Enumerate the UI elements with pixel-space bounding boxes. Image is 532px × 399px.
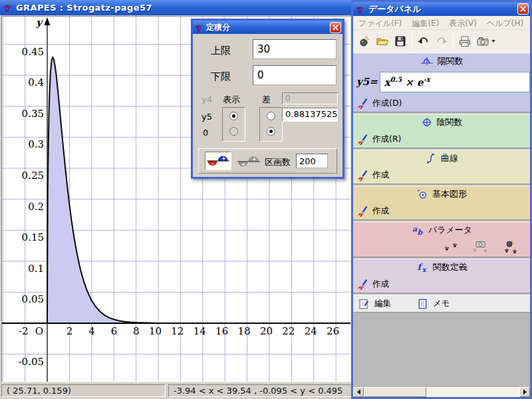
print-button[interactable]	[458, 35, 471, 48]
panel-title: データパネル	[368, 3, 422, 15]
menu-edit[interactable]: 編集(E)	[412, 18, 439, 29]
capture-button[interactable]	[476, 35, 495, 48]
dialog-title: 定積分	[206, 22, 230, 33]
printer-icon	[458, 35, 471, 48]
section-curve: 曲線 作成	[353, 150, 530, 184]
svg-text:0.3: 0.3	[28, 138, 44, 150]
svg-text:14: 14	[194, 325, 206, 337]
section-explicit-function: 陽関数 y5= x0.5 × e-x 作成(D)	[353, 53, 530, 112]
svg-text:0.4: 0.4	[28, 76, 44, 88]
create-curve-button[interactable]: 作成	[353, 166, 530, 184]
create-label: 作成	[372, 279, 389, 290]
new-grape-icon	[358, 35, 371, 48]
undo-arrow-icon	[417, 35, 430, 47]
menu-view[interactable]: 表示(V)	[449, 18, 477, 29]
svg-text:20: 20	[260, 325, 273, 337]
camera-icon	[476, 35, 489, 48]
scroll-right-icon[interactable]	[519, 387, 530, 397]
panel-toolbar	[353, 30, 530, 53]
svg-text:6: 6	[111, 325, 118, 337]
panel-titlebar[interactable]: データパネル	[353, 2, 530, 16]
menu-help[interactable]: ヘルプ(H)	[487, 18, 523, 29]
new-trace-icon[interactable]	[501, 240, 521, 255]
svg-text:x: x	[422, 266, 428, 273]
svg-text:0.2: 0.2	[28, 201, 44, 213]
save-disk-icon	[394, 35, 407, 48]
memo-label: メモ	[433, 298, 450, 309]
view-range: -3.94 < x < 39.54 , -0.095 < y < 0.495	[168, 384, 352, 397]
memo-row: 編集 メモ	[353, 295, 530, 313]
camera-trace-icon[interactable]	[471, 241, 491, 254]
row-label-y4: y4	[201, 94, 212, 104]
svg-text:0.25: 0.25	[22, 170, 44, 182]
close-icon[interactable]	[517, 3, 529, 15]
scroll-left-icon[interactable]	[353, 387, 364, 397]
menu-file[interactable]: ファイル(F)	[358, 18, 402, 29]
svg-text:+: +	[221, 155, 226, 162]
close-icon[interactable]	[330, 22, 341, 33]
divisions-input[interactable]	[296, 154, 328, 168]
integral-dialog: 定積分 上限 下限 y4 表示 差 0 y5 0 0.88137525	[191, 19, 344, 179]
svg-text:+: +	[252, 156, 257, 162]
grapes-app-icon	[356, 5, 365, 14]
data-panel-window: データパネル ファイル(F) 編集(E) 表示(V) ヘルプ(H)	[351, 0, 532, 399]
scrollbar-thumb[interactable]	[364, 387, 426, 397]
section-function-definition: f x 関数定義 作成	[353, 259, 530, 293]
signed-area-mode-button[interactable]: - +	[205, 152, 231, 170]
integral-result-field[interactable]: 0.88137525	[282, 108, 338, 122]
formula-input[interactable]: x0.5 × e-x	[380, 72, 530, 92]
memo-group[interactable]: メモ	[417, 298, 450, 310]
upper-limit-input[interactable]	[253, 39, 336, 59]
pen-icon	[357, 205, 368, 217]
diff-radio-group	[259, 107, 283, 142]
show-y5-radio[interactable]	[229, 112, 238, 120]
svg-text:-: -	[211, 160, 213, 167]
formula-row: y5= x0.5 × e-x	[353, 69, 530, 94]
parameter-header: a b パラメータ	[353, 222, 530, 238]
pen-icon	[357, 134, 368, 145]
capture-dropdown-icon[interactable]	[491, 40, 495, 43]
pen-icon	[357, 170, 368, 181]
memo-edit-button[interactable]: 編集	[374, 298, 391, 309]
undo-button[interactable]	[417, 35, 430, 47]
create-label: 作成(R)	[372, 134, 401, 145]
pen-icon	[357, 279, 368, 290]
basic-shape-icon	[416, 188, 428, 200]
divisions-label: 区画数	[265, 156, 291, 168]
main-titlebar[interactable]: GRAPES : Strogatz-page57	[0, 0, 353, 15]
absolute-area-mode-button[interactable]: + +	[237, 154, 261, 172]
diff-zero-radio[interactable]	[267, 127, 275, 136]
create-implicit-button[interactable]: 作成(R)	[353, 130, 530, 148]
parameter-tools	[353, 238, 530, 257]
cursor-coordinates: ( 25.71, 0.159)	[1, 384, 166, 397]
basic-shapes-header: 基本図形	[353, 186, 530, 202]
show-zero-radio[interactable]	[229, 127, 238, 136]
svg-text:O: O	[35, 325, 43, 337]
section-title: 関数定義	[433, 261, 467, 273]
implicit-function-header: 陰関数	[353, 114, 530, 130]
save-button[interactable]	[394, 35, 407, 48]
section-title: 陽関数	[438, 55, 464, 67]
toolbar-separator	[453, 34, 454, 49]
create-shape-button[interactable]: 作成	[353, 202, 530, 219]
signed-area-icon: - +	[206, 154, 230, 168]
upper-limit-label: 上限	[211, 45, 231, 57]
dialog-titlebar[interactable]: 定積分	[193, 21, 342, 34]
integral-mode-panel: - + + + 区画数	[198, 148, 337, 174]
new-file-button[interactable]	[358, 35, 371, 48]
svg-text:0.35: 0.35	[22, 108, 44, 120]
row-label-y5: y5	[201, 112, 212, 122]
function-definition-header: f x 関数定義	[353, 259, 530, 275]
create-funcdef-button[interactable]: 作成	[353, 275, 530, 293]
grapes-app-icon	[3, 3, 13, 13]
create-explicit-button[interactable]: 作成(D)	[353, 94, 530, 112]
svg-text:-2: -2	[19, 325, 29, 337]
svg-text:4: 4	[88, 325, 95, 337]
row-label-zero: 0	[203, 128, 208, 138]
panel-horizontal-scrollbar[interactable]	[353, 387, 530, 397]
paw-prints-icon[interactable]	[442, 241, 461, 253]
diff-y5-radio[interactable]	[267, 112, 275, 120]
redo-button[interactable]	[435, 35, 448, 47]
lower-limit-input[interactable]	[253, 65, 336, 85]
open-file-button[interactable]	[376, 35, 389, 48]
